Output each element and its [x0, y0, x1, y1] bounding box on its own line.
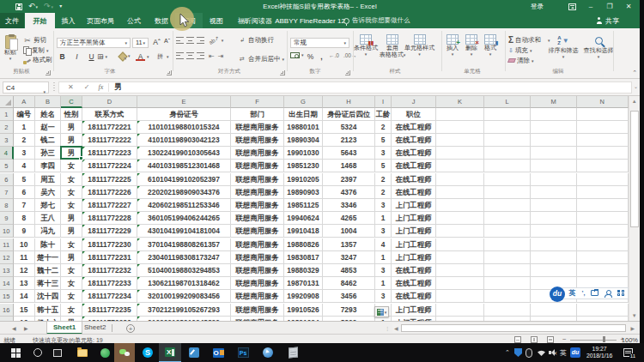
- row-header-1[interactable]: 1: [0, 108, 14, 121]
- cell-D12[interactable]: 18111772231: [82, 251, 137, 264]
- close-button[interactable]: ✕: [619, 0, 638, 13]
- cell-I9[interactable]: 1: [375, 212, 392, 225]
- cell-M1[interactable]: [531, 108, 577, 121]
- cell-A12[interactable]: 11: [14, 251, 36, 264]
- cell-L14[interactable]: [484, 277, 531, 290]
- cell-G5[interactable]: 19851230: [284, 160, 323, 172]
- cell-N7[interactable]: [577, 186, 629, 199]
- cell-G2[interactable]: 19880101: [284, 121, 323, 134]
- cell-M3[interactable]: [531, 134, 577, 147]
- cell-D8[interactable]: 18111772227: [82, 199, 137, 212]
- cell-I4[interactable]: 3: [375, 147, 392, 160]
- cell-N13[interactable]: [577, 264, 629, 277]
- cell-N9[interactable]: [577, 212, 629, 225]
- font-size-combo[interactable]: 11▾: [132, 38, 149, 48]
- cell-G7[interactable]: 19890903: [284, 186, 323, 199]
- cell-A5[interactable]: 4: [14, 160, 36, 172]
- cell-J16[interactable]: 上门工程师: [392, 304, 436, 317]
- cell-K13[interactable]: [436, 264, 484, 277]
- cell-J9[interactable]: 上门工程师: [392, 212, 436, 225]
- cell-F10[interactable]: 联想商用服务: [231, 225, 284, 238]
- cell-A1[interactable]: 编号: [14, 108, 36, 121]
- formula-input[interactable]: ✕ ✓ fx 男: [58, 81, 632, 94]
- cell-M11[interactable]: [531, 238, 577, 251]
- column-header-H[interactable]: H: [323, 96, 375, 108]
- column-header-A[interactable]: A: [14, 96, 36, 108]
- clock[interactable]: 19:272018/1/16: [586, 343, 619, 362]
- column-header-I[interactable]: I: [375, 96, 392, 108]
- cell-H7[interactable]: 4376: [323, 186, 375, 199]
- cell-A4[interactable]: 3: [14, 147, 36, 160]
- column-header-L[interactable]: L: [484, 96, 531, 108]
- cell-I15[interactable]: 3: [375, 290, 392, 303]
- row-header-9[interactable]: 9: [0, 212, 14, 225]
- notes-app-button[interactable]: [185, 343, 203, 362]
- cell-H3[interactable]: 2123: [323, 134, 375, 147]
- cell-H15[interactable]: 3456: [323, 290, 375, 303]
- cell-H10[interactable]: 1004: [323, 225, 375, 238]
- cell-K1[interactable]: [436, 108, 484, 121]
- tab-formulas[interactable]: 公式: [120, 13, 148, 28]
- tray-device-icon[interactable]: [526, 343, 532, 362]
- cell-G9[interactable]: 19940624: [284, 212, 323, 225]
- cell-C9[interactable]: 男: [61, 212, 82, 225]
- cell-L10[interactable]: [484, 225, 531, 238]
- cell-H2[interactable]: 5324: [323, 121, 375, 134]
- tray-security-icon[interactable]: [514, 343, 522, 362]
- cell-J15[interactable]: 在线工程师: [392, 290, 436, 303]
- cell-H13[interactable]: 4853: [323, 264, 375, 277]
- cell-A7[interactable]: 6: [14, 186, 36, 199]
- cell-C2[interactable]: 男: [61, 121, 82, 134]
- tab-home[interactable]: 开始: [25, 13, 55, 28]
- ime-account-icon[interactable]: [605, 290, 611, 297]
- cell-F6[interactable]: 联想商用服务: [231, 173, 284, 186]
- column-header-M[interactable]: M: [531, 96, 577, 108]
- cell-M13[interactable]: [531, 264, 577, 277]
- ime-apps-icon[interactable]: [617, 290, 624, 297]
- cell-N16[interactable]: [577, 304, 629, 317]
- select-all-corner[interactable]: [0, 96, 14, 108]
- cell-D15[interactable]: 18111772234: [82, 290, 137, 303]
- cell-C7[interactable]: 女: [61, 186, 82, 199]
- increase-indent-icon[interactable]: ⇥: [218, 52, 224, 60]
- grow-font-button[interactable]: Aˆ: [152, 38, 161, 46]
- font-color-button[interactable]: A▾: [136, 52, 149, 61]
- column-header-D[interactable]: D: [82, 96, 137, 108]
- align-right-icon[interactable]: [197, 52, 204, 59]
- worksheet-grid[interactable]: ABCDEFGHIJKLMN1编号姓名性别联系方式身份证号部门出生日期身份证后四…: [0, 96, 629, 321]
- cell-I3[interactable]: 5: [375, 134, 392, 147]
- horizontal-scroll-thumb[interactable]: [401, 324, 626, 332]
- volume-muted-icon[interactable]: ✕: [549, 343, 557, 362]
- cell-N1[interactable]: [577, 108, 629, 121]
- ribbon-display-options-icon[interactable]: [562, 0, 581, 13]
- tab-page-layout[interactable]: 页面布局: [81, 13, 120, 28]
- merge-center-button[interactable]: ⇄合并后居中▾: [238, 55, 284, 63]
- cell-J5[interactable]: 在线工程师: [392, 160, 436, 172]
- cell-E8[interactable]: 420602198511253346: [137, 199, 231, 212]
- paper-app-button[interactable]: [283, 343, 302, 362]
- cell-F1[interactable]: 部门: [231, 108, 284, 121]
- green-app-button[interactable]: [96, 343, 113, 362]
- excel-taskbar-button[interactable]: [159, 343, 181, 362]
- cell-K12[interactable]: [436, 251, 484, 264]
- cell-F16[interactable]: 联想商用服务: [231, 304, 284, 317]
- cell-D3[interactable]: 18111772222: [82, 134, 137, 147]
- cell-H12[interactable]: 3247: [323, 251, 375, 264]
- paste-button[interactable]: 粘贴 ▾: [4, 35, 16, 61]
- scroll-down-icon[interactable]: ▼: [629, 313, 641, 318]
- cell-G16[interactable]: 19910526: [284, 304, 323, 317]
- fill-color-button[interactable]: ▾: [118, 52, 131, 60]
- cell-J11[interactable]: 上门工程师: [392, 238, 436, 251]
- cell-K16[interactable]: [436, 304, 484, 317]
- cell-D6[interactable]: 18111772225: [82, 173, 137, 186]
- restore-button[interactable]: ❐: [600, 0, 619, 13]
- cell-E10[interactable]: 430104199104181004: [137, 225, 231, 238]
- vertical-scrollbar[interactable]: ▲ ▼: [629, 96, 641, 321]
- cell-G14[interactable]: 19870131: [284, 277, 323, 290]
- cell-J14[interactable]: 在线工程师: [392, 277, 436, 290]
- decrease-indent-icon[interactable]: ⇤: [209, 52, 215, 60]
- cell-B15[interactable]: 沈十四: [35, 290, 61, 303]
- column-header-E[interactable]: E: [137, 96, 231, 108]
- cell-K5[interactable]: [436, 160, 484, 172]
- cell-B1[interactable]: 姓名: [35, 108, 61, 121]
